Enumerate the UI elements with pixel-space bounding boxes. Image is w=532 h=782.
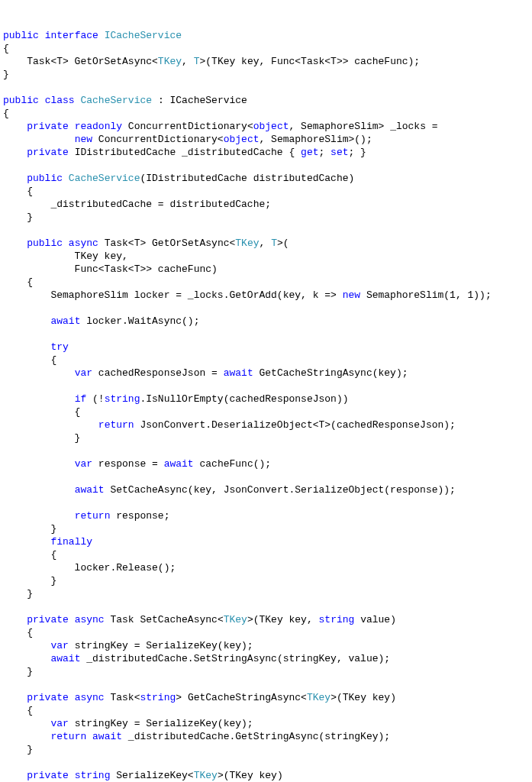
type-cacheservice: CacheService <box>80 95 152 106</box>
indent <box>3 770 27 781</box>
brace: { <box>3 186 33 197</box>
kw-public: public <box>3 30 39 41</box>
brace: } <box>3 523 56 535</box>
indent <box>3 147 27 158</box>
indent <box>3 692 27 703</box>
kw-public: public <box>27 173 63 184</box>
type-t: T <box>271 238 277 249</box>
code-text: ; <box>318 147 330 158</box>
code-text: SetCacheAsync(key, JsonConvert.Serialize… <box>105 484 456 496</box>
code-text: , SemaphoreSlim>(); <box>259 134 372 145</box>
code-text: >(TKey key, <box>247 614 319 625</box>
indent <box>3 640 50 651</box>
code-text: TKey key, <box>3 250 128 262</box>
code-text: ConcurrentDictionary< <box>92 134 224 145</box>
indent <box>3 484 75 496</box>
code-text: JsonConvert.DeserializeObject<T>(cachedR… <box>134 419 456 431</box>
code-text: ; } <box>349 147 366 158</box>
type-cacheservice: CacheService <box>69 173 140 184</box>
kw-return: return <box>98 419 134 431</box>
kw-await: await <box>164 458 194 470</box>
code-text: locker.WaitAsync(); <box>80 315 199 327</box>
kw-string: string <box>319 614 355 625</box>
code-text: _distributedCache.SetStringAsync(stringK… <box>80 653 390 664</box>
kw-private: private <box>27 614 69 625</box>
kw-return: return <box>75 510 111 522</box>
kw-string: string <box>75 770 111 781</box>
code-text: , <box>260 238 272 249</box>
code-text: response = <box>92 458 164 470</box>
kw-private: private <box>27 147 69 158</box>
kw-set: set <box>330 147 348 158</box>
code-text: Task SetCacheAsync< <box>105 614 224 625</box>
code-text: _distributedCache.GetStringAsync(stringK… <box>122 731 390 742</box>
kw-readonly: readonly <box>75 121 122 132</box>
code-text: Task<T> GetOrSetAsync< <box>3 56 158 67</box>
kw-var: var <box>75 458 92 470</box>
type-icacheservice: ICacheService <box>105 30 182 41</box>
indent <box>3 718 50 729</box>
indent <box>3 173 27 184</box>
type-tkey: TKey <box>307 692 330 703</box>
kw-await: await <box>75 484 105 496</box>
code-text: : ICacheService <box>152 95 247 106</box>
type-tkey: TKey <box>158 56 182 67</box>
brace: { <box>3 627 33 638</box>
brace: } <box>3 744 33 755</box>
kw-await: await <box>224 367 253 379</box>
indent <box>3 315 50 327</box>
kw-public: public <box>3 95 39 106</box>
brace: } <box>3 212 33 223</box>
type-tkey: TKey <box>224 614 247 625</box>
code-block: public interface ICacheService { Task<T>… <box>3 29 529 782</box>
code-text: >(TKey key) <box>218 770 283 781</box>
kw-async: async <box>75 614 105 625</box>
indent <box>3 653 50 664</box>
indent <box>3 510 75 522</box>
kw-var: var <box>50 640 68 651</box>
kw-var: var <box>75 367 92 379</box>
indent <box>3 536 50 548</box>
code-text: cacheFunc(); <box>194 458 271 470</box>
kw-public: public <box>27 238 63 249</box>
kw-var: var <box>50 718 68 729</box>
code-text: >(TKey key) <box>330 692 396 703</box>
code-text: .IsNullOrEmpty(cachedResponseJson)) <box>140 393 348 405</box>
kw-private: private <box>27 121 69 132</box>
kw-return: return <box>50 731 86 742</box>
code-text: value) <box>354 614 396 625</box>
code-text: IDistributedCache _distributedCache { <box>69 147 301 158</box>
indent <box>3 341 50 353</box>
code-text: , SemaphoreSlim> _locks = <box>289 121 438 132</box>
indent <box>3 731 50 742</box>
code-text: response; <box>110 510 169 522</box>
indent <box>3 419 98 431</box>
code-text: ConcurrentDictionary< <box>122 121 253 132</box>
brace: { <box>3 549 56 561</box>
code-text: stringKey = SerializeKey(key); <box>69 718 253 729</box>
code-text: SerializeKey< <box>110 770 193 781</box>
kw-finally: finally <box>50 536 92 548</box>
type-tkey: TKey <box>235 238 259 249</box>
type-tkey: TKey <box>194 770 218 781</box>
kw-await: await <box>92 731 122 742</box>
code-text: stringKey = SerializeKey(key); <box>69 640 253 651</box>
code-text: Func<Task<T>> cacheFunc) <box>3 263 218 275</box>
kw-private: private <box>27 692 69 703</box>
indent <box>3 134 75 145</box>
code-text: Task<T> GetOrSetAsync< <box>98 238 235 249</box>
brace: { <box>3 354 56 366</box>
code-text: GetCacheStringAsync(key); <box>253 367 408 379</box>
code-text: locker.Release(); <box>3 562 176 574</box>
code-text: (IDistributedCache distributedCache) <box>140 173 354 184</box>
indent <box>3 458 75 470</box>
code-text: cachedResponseJson = <box>92 367 224 379</box>
code-text: SemaphoreSlim(1, 1)); <box>360 289 492 301</box>
kw-string: string <box>140 692 176 703</box>
kw-try: try <box>50 341 68 353</box>
kw-async: async <box>69 238 98 249</box>
code-text: SemaphoreSlim locker = _locks.GetOrAdd(k… <box>3 289 343 301</box>
brace: { <box>3 406 80 418</box>
brace: { <box>3 43 9 54</box>
kw-await: await <box>50 315 80 327</box>
